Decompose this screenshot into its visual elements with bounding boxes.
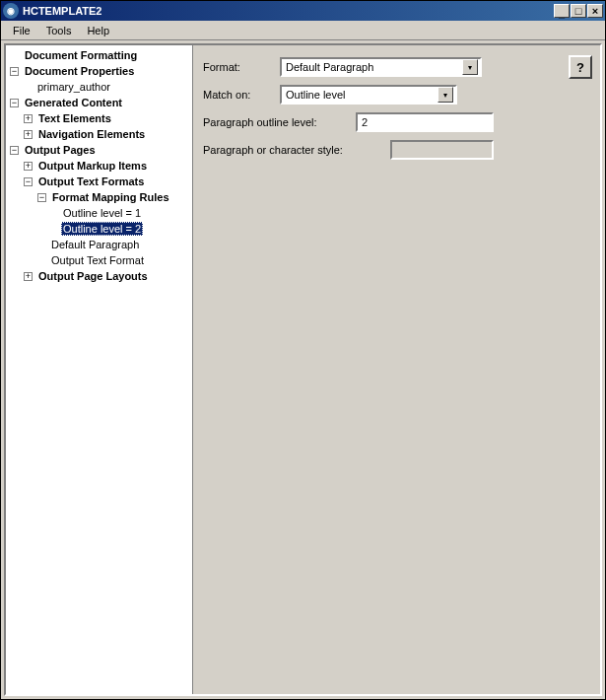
- menu-file[interactable]: File: [5, 23, 38, 38]
- outline-level-input[interactable]: 2: [356, 112, 494, 132]
- work-area: Document Formatting − Document Propertie…: [4, 43, 602, 696]
- format-row: Format: Default Paragraph ▾: [203, 57, 590, 77]
- help-button[interactable]: ?: [569, 55, 592, 79]
- collapse-icon[interactable]: −: [37, 193, 46, 202]
- format-select[interactable]: Default Paragraph ▾: [280, 57, 482, 77]
- collapse-icon[interactable]: −: [10, 99, 19, 107]
- chevron-down-icon: ▾: [462, 59, 478, 75]
- tree-item-output-markup-items[interactable]: + Output Markup Items: [6, 158, 192, 174]
- tree-item-text-elements[interactable]: + Text Elements: [6, 110, 192, 126]
- expand-icon[interactable]: +: [24, 162, 33, 171]
- tree-item-output-pages[interactable]: − Output Pages: [6, 142, 192, 158]
- collapse-icon[interactable]: −: [24, 177, 33, 186]
- tree-item-primary-author[interactable]: primary_author: [6, 79, 192, 95]
- tree-item-format-mapping-rules[interactable]: − Format Mapping Rules: [6, 189, 192, 205]
- tree-item-outline-level-2[interactable]: Outline level = 2: [6, 221, 192, 237]
- tree-spacer-icon: [10, 51, 19, 60]
- collapse-icon[interactable]: −: [10, 67, 19, 76]
- tree-panel[interactable]: Document Formatting − Document Propertie…: [6, 45, 193, 694]
- collapse-icon[interactable]: −: [10, 146, 19, 155]
- tree-item-navigation-elements[interactable]: + Navigation Elements: [6, 126, 192, 142]
- expand-icon[interactable]: +: [24, 130, 33, 139]
- tree-item-default-paragraph[interactable]: Default Paragraph: [6, 237, 192, 252]
- tree-item-output-text-formats[interactable]: − Output Text Formats: [6, 174, 192, 189]
- menu-bar: File Tools Help: [1, 21, 605, 40]
- title-bar: ◉ HCTEMPLATE2 _ □ ×: [1, 1, 605, 21]
- outline-level-row: Paragraph outline level: 2: [203, 112, 590, 132]
- expand-icon[interactable]: +: [24, 114, 33, 123]
- menu-tools[interactable]: Tools: [38, 23, 80, 38]
- chevron-down-icon: ▾: [438, 87, 453, 103]
- tree-item-output-page-layouts[interactable]: + Output Page Layouts: [6, 268, 192, 284]
- style-input: [390, 140, 494, 160]
- match-row: Match on: Outline level ▾: [203, 85, 590, 105]
- expand-icon[interactable]: +: [24, 272, 33, 281]
- match-label: Match on:: [203, 89, 280, 101]
- outline-level-label: Paragraph outline level:: [203, 116, 356, 128]
- minimize-button[interactable]: _: [554, 4, 570, 18]
- tree-item-document-properties[interactable]: − Document Properties: [6, 63, 192, 79]
- tree-item-outline-level-1[interactable]: Outline level = 1: [6, 205, 192, 221]
- style-label: Paragraph or character style:: [203, 144, 390, 156]
- tree-item-output-text-format[interactable]: Output Text Format: [6, 252, 192, 268]
- menu-help[interactable]: Help: [79, 23, 117, 38]
- format-label: Format:: [203, 61, 280, 73]
- tree-item-document-formatting[interactable]: Document Formatting: [6, 47, 192, 63]
- app-window: ◉ HCTEMPLATE2 _ □ × File Tools Help Docu…: [0, 0, 606, 700]
- maximize-button[interactable]: □: [571, 4, 586, 18]
- window-controls: _ □ ×: [554, 4, 603, 18]
- window-title: HCTEMPLATE2: [23, 5, 554, 17]
- form-panel: ? Format: Default Paragraph ▾ Match on: …: [193, 45, 600, 694]
- app-icon: ◉: [3, 3, 19, 19]
- tree-item-generated-content[interactable]: − Generated Content: [6, 95, 192, 110]
- close-button[interactable]: ×: [587, 4, 603, 18]
- style-row: Paragraph or character style:: [203, 140, 590, 160]
- match-select[interactable]: Outline level ▾: [280, 85, 457, 105]
